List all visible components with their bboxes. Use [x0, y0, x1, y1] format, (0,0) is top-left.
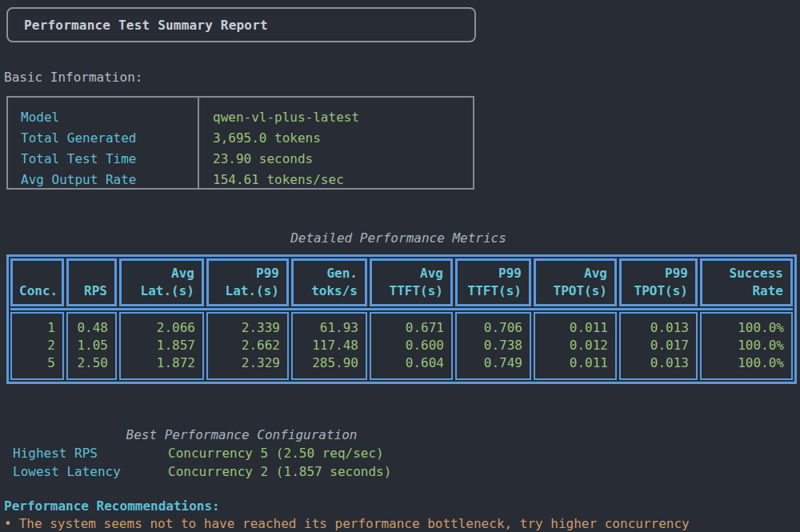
basic-info-value: 23.90 seconds — [213, 149, 473, 170]
header-line: P99 — [629, 265, 688, 282]
basic-info-label-column: Model Total Generated Total Test Time Av… — [8, 98, 199, 188]
table-cell: 100.0% — [709, 319, 784, 337]
report-title-panel: Performance Test Summary Report — [6, 7, 476, 42]
best-config-value: Concurrency 2 (1.857 seconds) — [168, 462, 391, 481]
best-config-value: Concurrency 5 (2.50 req/sec) — [168, 444, 384, 462]
table-cell: 0.600 — [378, 337, 444, 354]
table-cell: 61.93 — [300, 319, 358, 337]
header-line: Avg — [129, 265, 194, 282]
report-title: Performance Test Summary Report — [24, 18, 268, 33]
column-header-p99-lat: P99 Lat.(s) — [206, 258, 289, 306]
best-config-title: Best Performance Configuration — [6, 426, 477, 444]
table-cell: 1.872 — [128, 354, 195, 372]
table-cell: 0.017 — [628, 337, 689, 354]
header-body-divider — [10, 308, 793, 310]
table-cell: 0.671 — [378, 319, 444, 337]
recommendation-text: The system seems not to have reached its… — [19, 516, 690, 531]
table-cell: 2.662 — [215, 337, 280, 354]
table-cell: 285.90 — [300, 354, 358, 372]
metrics-body: 1 2 5 0.48 1.05 2.50 2.066 1.857 1.872 2… — [10, 312, 793, 380]
basic-info-heading: Basic Information: — [4, 70, 142, 85]
header-line: Avg — [379, 265, 443, 282]
table-cell: 100.0% — [709, 337, 784, 354]
header-line: TTFT(s) — [465, 282, 522, 300]
column-p99-tpot-values: 0.013 0.017 0.013 — [619, 312, 698, 380]
header-line: Lat.(s) — [216, 282, 279, 300]
table-cell: 0.012 — [542, 337, 608, 354]
basic-info-table: Model Total Generated Total Test Time Av… — [6, 96, 474, 190]
recommendation-item: •The system seems not to have reached it… — [4, 516, 690, 531]
column-header-avg-lat: Avg Lat.(s) — [119, 258, 204, 306]
column-header-gen-toks: Gen. toks/s — [291, 258, 367, 306]
column-success-rate-values: 100.0% 100.0% 100.0% — [700, 312, 793, 380]
column-rps-values: 0.48 1.05 2.50 — [66, 312, 117, 380]
column-gen-toks-values: 61.93 117.48 285.90 — [291, 312, 367, 380]
table-cell: 2.50 — [75, 354, 108, 372]
header-line: TPOT(s) — [543, 282, 607, 300]
metrics-table-title: Detailed Performance Metrics — [6, 230, 790, 246]
column-p99-lat-values: 2.339 2.662 2.329 — [206, 312, 289, 380]
header-line: P99 — [216, 265, 279, 282]
metrics-header-row: Conc. RPS Avg Lat.(s) P99 Lat.(s) Gen. t… — [10, 258, 793, 306]
table-cell: 2.339 — [215, 319, 280, 337]
header-line: P99 — [465, 265, 522, 282]
header-line: Success — [710, 265, 783, 282]
table-cell: 2.329 — [215, 354, 280, 372]
best-config-row: Lowest Latency Concurrency 2 (1.857 seco… — [6, 462, 477, 481]
column-header-avg-ttft: Avg TTFT(s) — [370, 258, 453, 306]
table-cell: 0.011 — [542, 354, 608, 372]
header-line: Conc. — [19, 282, 54, 300]
header-line: TTFT(s) — [379, 282, 443, 300]
best-config-label: Highest RPS — [6, 444, 168, 462]
column-header-success-rate: Success Rate — [700, 258, 793, 306]
table-cell: 0.011 — [542, 319, 608, 337]
table-cell: 0.738 — [464, 337, 522, 354]
header-line: toks/s — [301, 282, 358, 300]
performance-report-screen: Performance Test Summary Report Basic In… — [0, 0, 800, 532]
column-conc-values: 1 2 5 — [10, 312, 64, 380]
basic-info-label: Total Generated — [21, 128, 198, 149]
table-cell: 1.05 — [75, 337, 108, 354]
table-cell: 100.0% — [709, 354, 784, 372]
header-line: Lat.(s) — [129, 282, 194, 300]
table-cell: 1.857 — [128, 337, 195, 354]
best-config-row: Highest RPS Concurrency 5 (2.50 req/sec) — [6, 444, 477, 462]
best-config-section: Best Performance Configuration Highest R… — [6, 426, 477, 481]
table-cell: 0.604 — [378, 354, 444, 372]
column-header-rps: RPS — [66, 258, 117, 306]
header-line: TPOT(s) — [629, 282, 688, 300]
table-cell: 0.013 — [628, 354, 689, 372]
table-cell: 5 — [19, 354, 55, 372]
table-cell: 0.749 — [464, 354, 522, 372]
column-avg-ttft-values: 0.671 0.600 0.604 — [370, 312, 453, 380]
header-line: Avg — [543, 265, 607, 282]
table-cell: 1 — [19, 319, 55, 337]
header-line: Rate — [710, 282, 783, 300]
column-avg-lat-values: 2.066 1.857 1.872 — [119, 312, 204, 380]
bullet-icon: • — [4, 516, 12, 531]
column-p99-ttft-values: 0.706 0.738 0.749 — [455, 312, 531, 380]
basic-info-label: Avg Output Rate — [21, 170, 198, 190]
column-header-conc: Conc. — [10, 258, 64, 306]
basic-info-value-column: qwen-vl-plus-latest 3,695.0 tokens 23.90… — [199, 98, 473, 188]
table-cell: 0.706 — [464, 319, 522, 337]
basic-info-value: 3,695.0 tokens — [213, 128, 473, 149]
column-header-p99-ttft: P99 TTFT(s) — [455, 258, 531, 306]
table-cell: 117.48 — [300, 337, 358, 354]
header-line: Gen. — [301, 265, 358, 282]
basic-info-value: qwen-vl-plus-latest — [213, 107, 473, 128]
table-cell: 2.066 — [128, 319, 195, 337]
basic-info-label: Model — [21, 107, 198, 128]
best-config-label: Lowest Latency — [6, 462, 168, 481]
basic-info-label: Total Test Time — [21, 149, 198, 170]
metrics-table: Conc. RPS Avg Lat.(s) P99 Lat.(s) Gen. t… — [6, 254, 797, 384]
table-cell: 0.48 — [75, 319, 108, 337]
header-line: RPS — [76, 282, 107, 300]
basic-info-value: 154.61 tokens/sec — [213, 170, 473, 190]
column-header-avg-tpot: Avg TPOT(s) — [534, 258, 617, 306]
table-cell: 0.013 — [628, 319, 689, 337]
recommendations-heading: Performance Recommendations: — [4, 498, 220, 514]
table-cell: 2 — [19, 337, 55, 354]
column-avg-tpot-values: 0.011 0.012 0.011 — [534, 312, 617, 380]
column-header-p99-tpot: P99 TPOT(s) — [619, 258, 698, 306]
